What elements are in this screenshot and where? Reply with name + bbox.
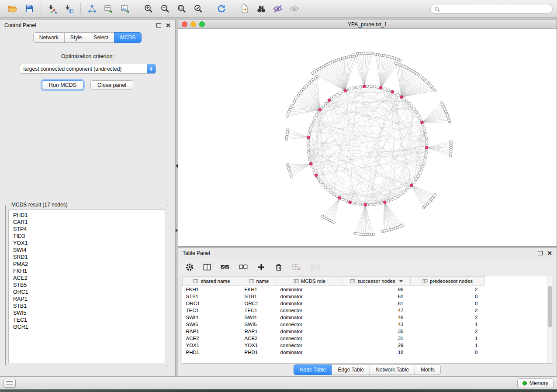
column-header-filler bbox=[485, 277, 553, 286]
show-selection-button[interactable] bbox=[286, 2, 303, 16]
control-panel-tabs: Network Style Select MCDS bbox=[0, 32, 175, 43]
status-bar: Memory bbox=[0, 376, 557, 389]
search-field[interactable] bbox=[430, 4, 553, 14]
mcds-result-item[interactable]: YOX1 bbox=[13, 240, 160, 247]
memory-button[interactable]: Memory bbox=[517, 378, 554, 388]
float-panel-button[interactable] bbox=[156, 23, 161, 28]
node-table: shared name name MCDS role successor n bbox=[182, 276, 553, 356]
tab-select[interactable]: Select bbox=[88, 32, 114, 43]
mcds-result-item[interactable]: GCR1 bbox=[13, 323, 160, 330]
column-header-mcds-role[interactable]: MCDS role bbox=[277, 277, 343, 286]
import-network-icon bbox=[48, 4, 57, 14]
workspace: Control Panel ✕ Network Style Select MCD… bbox=[0, 18, 557, 376]
import-table-button[interactable] bbox=[61, 2, 77, 16]
toolbar-separator bbox=[137, 3, 137, 14]
table-row[interactable]: YOX1YOX1connector291 bbox=[183, 342, 553, 349]
column-header-name[interactable]: name bbox=[241, 277, 277, 286]
unselect-all-button[interactable] bbox=[239, 263, 248, 272]
export-table-button[interactable] bbox=[100, 2, 117, 16]
window-close-light[interactable] bbox=[182, 21, 187, 27]
table-header-row: shared name name MCDS role successor n bbox=[183, 277, 553, 286]
table-row[interactable]: ACE2ACE2connector311 bbox=[183, 335, 553, 342]
float-table-panel-button[interactable] bbox=[538, 251, 543, 255]
table-row[interactable]: SWI5SWI5connector431 bbox=[183, 321, 553, 328]
delete-row-button[interactable] bbox=[274, 263, 283, 272]
add-row-button[interactable] bbox=[257, 263, 266, 272]
table-scrollbar-thumb[interactable] bbox=[548, 286, 552, 327]
tab-motifs[interactable]: Motifs bbox=[415, 364, 441, 375]
mcds-result-item[interactable]: FKH1 bbox=[13, 268, 160, 275]
column-grid-icon bbox=[294, 279, 299, 284]
network-graph[interactable] bbox=[178, 29, 557, 246]
tab-network-table[interactable]: Network Table bbox=[370, 364, 415, 375]
zoom-out-button[interactable] bbox=[157, 2, 173, 16]
table-settings-button[interactable] bbox=[185, 263, 194, 272]
search-input[interactable] bbox=[442, 5, 549, 12]
close-table-panel-button[interactable]: ✕ bbox=[547, 251, 552, 256]
refresh-icon bbox=[217, 4, 226, 14]
mcds-result-item[interactable]: ACE2 bbox=[13, 275, 160, 282]
mcds-result-item[interactable]: ORC1 bbox=[13, 289, 160, 296]
window-minimize-light[interactable] bbox=[190, 21, 196, 27]
table-scrollbar[interactable] bbox=[547, 276, 553, 363]
zoom-fit-button[interactable] bbox=[173, 2, 190, 16]
hide-selection-button[interactable] bbox=[270, 2, 286, 16]
mcds-result-item[interactable]: SRD1 bbox=[13, 254, 160, 261]
mcds-result-item[interactable]: PHD1 bbox=[13, 212, 160, 219]
delete-table-button[interactable] bbox=[292, 263, 301, 272]
mcds-result-item[interactable]: SWI4 bbox=[13, 247, 160, 254]
open-file-button[interactable] bbox=[4, 2, 21, 16]
trash-icon bbox=[274, 263, 283, 272]
network-canvas[interactable] bbox=[178, 29, 557, 246]
export-network-button[interactable] bbox=[84, 2, 100, 16]
zoom-in-button[interactable] bbox=[140, 2, 157, 16]
import-table-icon bbox=[64, 4, 74, 14]
zoom-selected-button[interactable] bbox=[190, 2, 207, 16]
refresh-view-button[interactable] bbox=[213, 2, 230, 16]
show-column-button[interactable] bbox=[203, 263, 211, 272]
table-row[interactable]: STB1STB1dominator620 bbox=[183, 293, 553, 300]
search-icon bbox=[434, 6, 440, 12]
table-row[interactable]: ORC1ORC1dominator610 bbox=[183, 300, 553, 307]
table-row[interactable]: PHD1PHD1dominator180 bbox=[183, 349, 553, 356]
mcds-result-item[interactable]: RAP1 bbox=[13, 296, 160, 303]
column-header-predecessor-nodes[interactable]: predecessor nodes bbox=[411, 277, 485, 286]
save-session-button[interactable] bbox=[21, 2, 38, 16]
tab-network[interactable]: Network bbox=[33, 32, 65, 43]
table-row[interactable]: FKH1FKH1dominator962 bbox=[183, 286, 553, 293]
table-row[interactable]: SWI4SWI4dominator462 bbox=[183, 314, 553, 321]
tab-mcds[interactable]: MCDS bbox=[114, 32, 142, 43]
mcds-result-item[interactable]: STB1 bbox=[13, 303, 160, 309]
status-menu-button[interactable] bbox=[3, 379, 16, 388]
select-all-button[interactable] bbox=[220, 263, 230, 272]
optimization-criterion-dropdown[interactable]: largest connected component (undirected) bbox=[20, 64, 156, 74]
column-header-shared-name[interactable]: shared name bbox=[183, 277, 241, 286]
mcds-result-item[interactable]: TEC1 bbox=[13, 316, 160, 323]
close-panel-button-inner[interactable]: Close panel bbox=[90, 80, 133, 90]
table-row[interactable]: RAP1RAP1dominator352 bbox=[183, 328, 553, 335]
mcds-result-item[interactable]: STP4 bbox=[13, 226, 160, 233]
binoculars-icon bbox=[256, 4, 266, 14]
mcds-result-item[interactable]: TID3 bbox=[13, 233, 160, 240]
binoculars-button[interactable] bbox=[253, 2, 270, 16]
table-row[interactable]: TEC1TEC1connector472 bbox=[183, 307, 553, 314]
table-toolbar: f(x) bbox=[178, 258, 557, 276]
mcds-result-item[interactable]: STB5 bbox=[13, 282, 160, 289]
tab-style[interactable]: Style bbox=[64, 32, 88, 43]
column-header-successor-nodes[interactable]: successor nodes bbox=[343, 277, 411, 286]
export-image-button[interactable] bbox=[117, 2, 134, 16]
mcds-result-item[interactable]: SWI5 bbox=[13, 309, 160, 316]
export-image-icon bbox=[121, 4, 130, 14]
run-mcds-button[interactable]: Run MCDS bbox=[42, 80, 83, 90]
tab-edge-table[interactable]: Edge Table bbox=[332, 364, 370, 375]
control-panel-title: Control Panel bbox=[4, 22, 36, 28]
window-maximize-light[interactable] bbox=[199, 21, 205, 27]
mcds-result-item[interactable]: PMA2 bbox=[13, 261, 160, 268]
tab-node-table[interactable]: Node Table bbox=[294, 364, 332, 375]
mcds-result-list[interactable]: PHD1CAR1STP4TID3YOX1SWI4SRD1PMA2FKH1ACE2… bbox=[8, 210, 165, 363]
mcds-result-item[interactable]: CAR1 bbox=[13, 219, 160, 226]
import-network-button[interactable] bbox=[44, 2, 61, 16]
share-document-button[interactable] bbox=[236, 2, 253, 16]
close-panel-button[interactable]: ✕ bbox=[166, 23, 171, 28]
function-builder-button[interactable]: f(x) bbox=[310, 263, 321, 272]
